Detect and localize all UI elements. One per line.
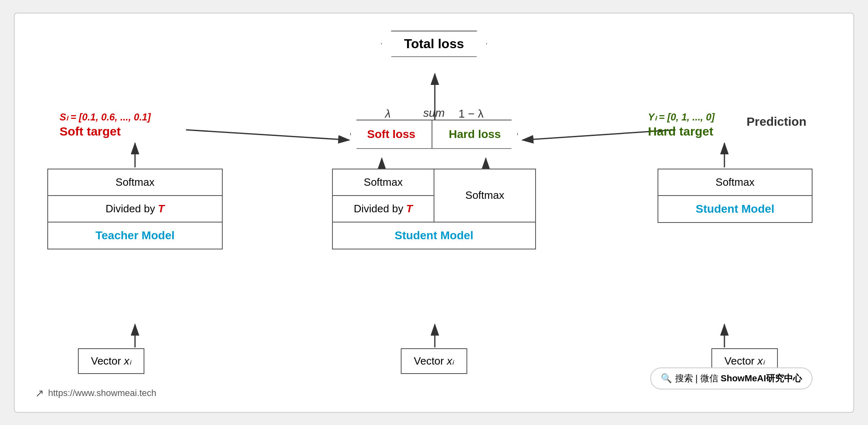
teacher-divided-row: Divided by T xyxy=(48,196,222,223)
total-loss-label: Total loss xyxy=(404,36,464,51)
cursor-icon: ↗ xyxy=(35,387,44,400)
student-mid-t: T xyxy=(406,202,413,215)
teacher-vector-box: Vector xᵢ xyxy=(78,348,144,374)
soft-loss-label: Soft loss xyxy=(351,120,432,148)
student-mid-divided-row: Divided by T xyxy=(333,196,434,222)
prediction-label: Prediction xyxy=(746,115,806,129)
teacher-vector-label: Vector xᵢ xyxy=(78,348,144,374)
loss-combined-box: Soft loss Hard loss xyxy=(350,120,518,149)
watermark: ↗ https://www.showmeai.tech xyxy=(35,387,156,400)
svg-line-4 xyxy=(186,130,349,140)
student-right-model-box: Softmax Student Model xyxy=(658,169,813,223)
lambda-right-label: 1 − λ xyxy=(458,107,483,120)
teacher-model-box: Softmax Divided by T Teacher Model xyxy=(47,169,223,249)
student-middle-vector-label: Vector xᵢ xyxy=(401,348,467,374)
student-middle-inner: Softmax Divided by T Softmax xyxy=(333,169,535,222)
student-middle-vector-box: Vector xᵢ xyxy=(401,348,467,374)
teacher-softmax-row: Softmax xyxy=(48,169,222,196)
hard-loss-label: Hard loss xyxy=(432,120,517,148)
student-middle-name: Student Model xyxy=(333,222,535,249)
total-loss-box: Total loss xyxy=(381,31,487,57)
student-middle-block: Softmax Divided by T Softmax Student Mod… xyxy=(332,169,536,249)
search-icon: 🔍 xyxy=(661,373,672,384)
teacher-block: Softmax Divided by T Teacher Model xyxy=(47,169,223,249)
sum-label: sum xyxy=(423,107,445,120)
badge-text: 搜索 | 微信 ShowMeAI研究中心 xyxy=(675,372,802,385)
teacher-t: T xyxy=(158,202,164,215)
lambda-left-label: λ xyxy=(385,107,391,120)
hard-target-label: Hard target xyxy=(648,125,715,138)
student-middle-model-box: Softmax Divided by T Softmax Student Mod… xyxy=(332,169,536,249)
soft-target-area: Sᵢ = [0.1, 0.6, ..., 0.1] Soft target xyxy=(60,111,151,138)
hard-target-area: Yᵢ = [0, 1, ..., 0] Hard target xyxy=(648,111,715,138)
student-mid-softmax-right: Softmax xyxy=(434,169,535,222)
watermark-url: https://www.showmeai.tech xyxy=(48,388,156,398)
yi-formula: Yᵢ = [0, 1, ..., 0] xyxy=(648,111,715,123)
student-right-col: Softmax xyxy=(434,169,535,222)
si-formula: Sᵢ = [0.1, 0.6, ..., 0.1] xyxy=(60,111,151,123)
student-right-name: Student Model xyxy=(658,196,812,222)
student-right-block: Softmax Student Model xyxy=(658,169,813,223)
diagram-container: Total loss λ sum 1 − λ Soft loss Hard lo… xyxy=(14,13,854,413)
student-right-softmax: Softmax xyxy=(658,169,812,196)
showmeai-badge: 🔍 搜索 | 微信 ShowMeAI研究中心 xyxy=(650,367,813,389)
soft-target-label: Soft target xyxy=(60,125,151,138)
student-mid-softmax-left: Softmax xyxy=(333,169,434,196)
teacher-name-row: Teacher Model xyxy=(48,223,222,249)
student-left-col: Softmax Divided by T xyxy=(333,169,434,222)
